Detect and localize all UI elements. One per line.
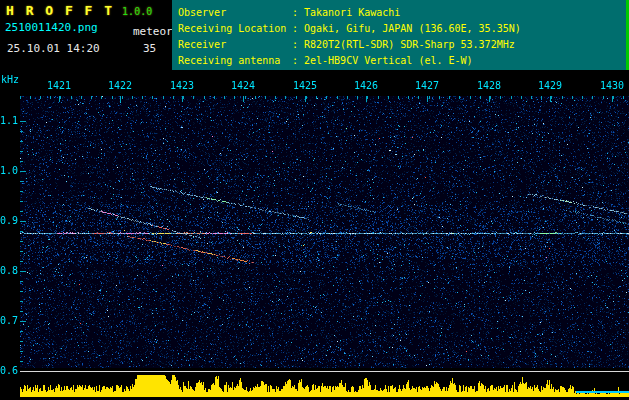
spectrogram-panel: kHz 142114221423142414251426142714281429… — [0, 72, 629, 400]
info-row: Receiving Location:Ogaki, Gifu, JAPAN (1… — [178, 21, 626, 37]
app-title: H R O F F T1.0.0 — [6, 3, 152, 18]
time-tick-label: 1430 — [599, 80, 625, 91]
info-colon: : — [292, 5, 304, 21]
output-filename: 2510011420.png — [5, 21, 98, 34]
time-tick-label: 1428 — [476, 80, 502, 91]
app-title-text: H R O F F T — [6, 3, 114, 18]
time-tick-label: 1425 — [292, 80, 318, 91]
info-label: Observer — [178, 5, 292, 21]
info-value: Ogaki, Gifu, JAPAN (136.60E, 35.35N) — [304, 21, 521, 37]
mode-label: meteor — [133, 25, 173, 38]
time-tick-label: 1429 — [537, 80, 563, 91]
hrofft-window: H R O F F T1.0.0 2510011420.png meteor 2… — [0, 0, 629, 400]
time-tick-label: 1423 — [169, 80, 195, 91]
info-row: Receiving antenna:2el-HB9CV Vertical (el… — [178, 53, 626, 69]
datetime-label: 25.10.01 14:20 — [7, 42, 100, 55]
info-value: Takanori Kawachi — [304, 5, 400, 21]
info-label: Receiver — [178, 37, 292, 53]
info-label: Receiving antenna — [178, 53, 292, 69]
info-row: Observer:Takanori Kawachi — [178, 5, 626, 21]
freq-tick-label: 0.9 — [0, 215, 18, 226]
echo-count: 35 — [143, 42, 156, 55]
time-tick-label: 1421 — [46, 80, 72, 91]
info-value: 2el-HB9CV Vertical (el. E-W) — [304, 53, 473, 69]
info-colon: : — [292, 21, 304, 37]
info-label: Receiving Location — [178, 21, 292, 37]
freq-tick-label: 0.6 — [0, 365, 18, 376]
freq-tick-label: 1.0 — [0, 165, 18, 176]
freq-unit-label: kHz — [1, 74, 19, 85]
time-tick-label: 1426 — [353, 80, 379, 91]
time-tick-label: 1422 — [107, 80, 133, 91]
info-row: Receiver:R820T2(RTL-SDR) SDR-Sharp 53.37… — [178, 37, 626, 53]
observer-info-box: Observer:Takanori KawachiReceiving Locat… — [172, 0, 629, 70]
info-colon: : — [292, 53, 304, 69]
header-left: H R O F F T1.0.0 2510011420.png meteor 2… — [0, 0, 172, 72]
spectrogram-canvas — [0, 72, 629, 400]
info-value: R820T2(RTL-SDR) SDR-Sharp 53.372MHz — [304, 37, 515, 53]
freq-tick-label: 0.7 — [0, 315, 18, 326]
freq-tick-label: 0.8 — [0, 265, 18, 276]
app-version: 1.0.0 — [122, 6, 152, 17]
info-colon: : — [292, 37, 304, 53]
freq-tick-label: 1.1 — [0, 115, 18, 126]
time-tick-label: 1427 — [414, 80, 440, 91]
header: H R O F F T1.0.0 2510011420.png meteor 2… — [0, 0, 629, 72]
time-tick-label: 1424 — [230, 80, 256, 91]
